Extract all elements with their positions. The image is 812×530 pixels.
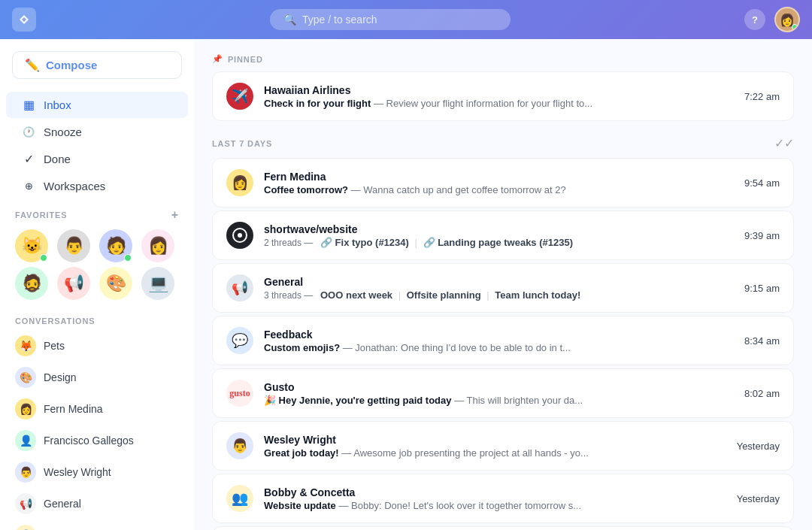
email-sender: Wesley Wright bbox=[264, 434, 726, 446]
sidebar-item-inbox[interactable]: ▦ Inbox bbox=[6, 92, 188, 118]
last7days-label: LAST 7 DAYS bbox=[212, 139, 272, 148]
email-sender: Bobby & Concetta bbox=[264, 486, 726, 498]
email-preview-text: — This will brighten your da... bbox=[454, 395, 583, 406]
hawaiian-avatar: ✈️ bbox=[226, 83, 253, 110]
feedback-avatar: 💬 bbox=[226, 327, 253, 354]
email-sender: Hawaiian Airlines bbox=[264, 84, 734, 96]
email-preview: 2 threads — 🔗 Fix typo (#1234) | 🔗 Landi… bbox=[264, 237, 734, 248]
email-shortwave[interactable]: shortwave/website 2 threads — 🔗 Fix typo… bbox=[212, 210, 794, 260]
favorite-item[interactable]: 🧔 bbox=[15, 267, 48, 300]
favorites-label: FAVORITES bbox=[15, 210, 67, 220]
fern-email-avatar: 👩 bbox=[226, 169, 253, 196]
inbox-icon: ▦ bbox=[21, 98, 36, 112]
sidebar-item-bobby-tables[interactable]: 👤 Bobby Tables bbox=[0, 519, 194, 530]
compose-icon: ✏️ bbox=[25, 58, 40, 72]
compose-label: Compose bbox=[46, 59, 97, 71]
email-time: 9:39 am bbox=[744, 230, 780, 241]
pets-label: Pets bbox=[44, 340, 65, 352]
search-area: 🔍 Type / to search bbox=[36, 9, 744, 30]
separator: | bbox=[415, 237, 417, 248]
thread2: 🔗 Landing page tweaks (#1235) bbox=[423, 237, 574, 248]
search-icon: 🔍 bbox=[283, 14, 296, 26]
sidebar-item-fern-medina[interactable]: 👩 Fern Medina bbox=[0, 393, 194, 425]
email-preview-text: — Wanna catch up and get coffee tomorrow… bbox=[351, 184, 566, 195]
workspaces-label: Workspaces bbox=[44, 180, 105, 192]
wesley-label: Wesley Wright bbox=[44, 466, 111, 478]
app-logo[interactable] bbox=[12, 8, 36, 32]
email-time: 7:22 am bbox=[744, 91, 780, 102]
email-time: 9:15 am bbox=[744, 283, 780, 294]
email-subject: 🎉 Hey Jennie, you're getting paid today bbox=[264, 395, 452, 406]
sidebar-item-design[interactable]: 🎨 Design bbox=[0, 362, 194, 393]
pin-icon: 📌 bbox=[212, 54, 223, 64]
sidebar-item-wesley-wright[interactable]: 👨 Wesley Wright bbox=[0, 456, 194, 488]
wesley-avatar: 👨 bbox=[226, 432, 253, 459]
email-preview-text: — Review your flight information for you… bbox=[374, 98, 592, 109]
general-label: General bbox=[44, 498, 81, 510]
sidebar-item-general[interactable]: 📢 General bbox=[0, 488, 194, 519]
conversations-label: CONVERSATIONS bbox=[15, 316, 95, 326]
favorite-item[interactable]: 💻 bbox=[141, 267, 174, 300]
sidebar-item-done[interactable]: ✓ Done bbox=[6, 146, 188, 172]
separator2: | bbox=[486, 289, 489, 301]
shortwave-avatar bbox=[226, 222, 253, 249]
email-time: Yesterday bbox=[737, 493, 780, 504]
separator: | bbox=[398, 289, 401, 301]
sidebar-item-workspaces[interactable]: ⊕ Workspaces bbox=[6, 174, 188, 198]
check-all-button[interactable]: ✓✓ bbox=[774, 136, 794, 150]
svg-point-1 bbox=[238, 233, 242, 238]
email-preview: Website update — Bobby: Done! Let's look… bbox=[264, 500, 726, 511]
email-fern[interactable]: 👩 Fern Medina Coffee tomorrow? — Wanna c… bbox=[212, 158, 794, 207]
favorite-item[interactable]: 👩 bbox=[141, 229, 174, 262]
email-promotions[interactable]: Promotions 12 threads — L Loom | N Notio… bbox=[212, 526, 794, 530]
sidebar-item-snooze[interactable]: 🕐 Snooze bbox=[6, 120, 188, 144]
email-gusto[interactable]: gusto Gusto 🎉 Hey Jennie, you're getting… bbox=[212, 368, 794, 418]
thread1: OOO next week bbox=[320, 289, 392, 301]
fern-avatar: 👩 bbox=[15, 398, 36, 419]
pets-avatar: 🦊 bbox=[15, 335, 36, 356]
search-placeholder: Type / to search bbox=[302, 14, 377, 26]
email-general[interactable]: 📢 General 3 threads — OOO next week | Of… bbox=[212, 263, 794, 313]
email-bobby-concetta[interactable]: 👥 Bobby & Concetta Website update — Bobb… bbox=[212, 474, 794, 523]
bobby-avatar: 👤 bbox=[15, 525, 36, 530]
email-subject: Website update bbox=[264, 500, 336, 511]
favorite-item[interactable]: 🎨 bbox=[99, 267, 132, 300]
add-favorite-button[interactable]: + bbox=[171, 208, 179, 222]
user-avatar[interactable]: 👩 bbox=[774, 7, 800, 32]
email-feedback[interactable]: 💬 Feedback Custom emojis? — Jonathan: On… bbox=[212, 316, 794, 365]
email-time: 8:02 am bbox=[744, 388, 780, 399]
design-label: Design bbox=[44, 371, 77, 383]
favorite-item[interactable]: 🧑 bbox=[99, 229, 132, 262]
francisco-label: Francisco Gallegos bbox=[44, 435, 134, 447]
email-sender: shortwave/website bbox=[264, 223, 734, 235]
email-content: shortwave/website 2 threads — 🔗 Fix typo… bbox=[264, 223, 734, 248]
email-subject: Great job today! bbox=[264, 447, 339, 459]
email-preview: 🎉 Hey Jennie, you're getting paid today … bbox=[264, 395, 734, 406]
email-subject: Coffee tomorrow? bbox=[264, 184, 348, 195]
favorite-item[interactable]: 😺 bbox=[15, 229, 48, 262]
sidebar-item-francisco-gallegos[interactable]: 👤 Francisco Gallegos bbox=[0, 425, 194, 456]
help-button[interactable]: ? bbox=[744, 9, 765, 30]
sidebar: ✏️ Compose ▦ Inbox 🕐 Snooze ✓ Done ⊕ Wor… bbox=[0, 39, 194, 530]
email-list: 📌 PINNED ✈️ Hawaiian Airlines Check in f… bbox=[194, 39, 812, 530]
pinned-label: PINNED bbox=[228, 55, 263, 64]
email-hawaiian[interactable]: ✈️ Hawaiian Airlines Check in for your f… bbox=[212, 71, 794, 121]
compose-button[interactable]: ✏️ Compose bbox=[12, 51, 182, 79]
sidebar-item-pets[interactable]: 🦊 Pets bbox=[0, 330, 194, 362]
done-icon: ✓ bbox=[21, 152, 36, 166]
email-sender: Fern Medina bbox=[264, 171, 734, 183]
email-preview: Check in for your flight — Review your f… bbox=[264, 98, 734, 109]
favorite-item[interactable]: 👨 bbox=[57, 229, 90, 262]
last7days-label-wrap: LAST 7 DAYS bbox=[212, 139, 272, 148]
email-preview: Coffee tomorrow? — Wanna catch up and ge… bbox=[264, 184, 734, 195]
search-box[interactable]: 🔍 Type / to search bbox=[270, 9, 511, 30]
workspaces-icon: ⊕ bbox=[21, 180, 36, 192]
done-label: Done bbox=[44, 153, 71, 165]
favorite-item[interactable]: 📢 bbox=[57, 267, 90, 300]
email-wesley[interactable]: 👨 Wesley Wright Great job today! — Aweso… bbox=[212, 421, 794, 471]
topbar-right: ? 👩 bbox=[744, 7, 800, 32]
last7days-section: LAST 7 DAYS ✓✓ bbox=[212, 136, 794, 150]
email-preview: Great job today! — Awesome job presentin… bbox=[264, 447, 726, 459]
topbar: 🔍 Type / to search ? 👩 bbox=[0, 0, 812, 39]
general-sidebar-avatar: 📢 bbox=[15, 493, 36, 514]
